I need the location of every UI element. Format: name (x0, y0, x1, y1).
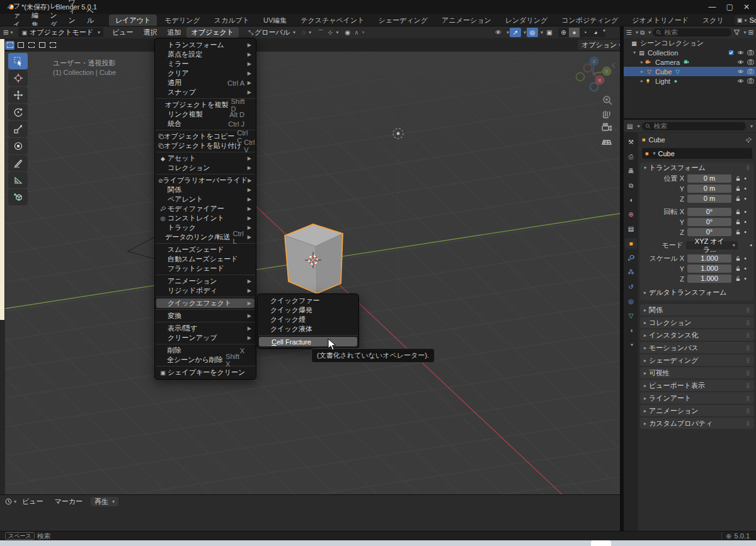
timeline-editor-icon[interactable] (5, 498, 12, 505)
menu-item[interactable]: クリア▶ (155, 69, 256, 78)
workspace-tab[interactable]: ジオメトリノード (626, 14, 695, 26)
outliner-search-input[interactable]: 検索 (653, 28, 731, 37)
menu-item-cell-fracture[interactable]: Cell Fracture (259, 337, 357, 346)
panel-header-コレクション[interactable]: ▸コレクション⣿ (640, 317, 754, 328)
workspace-tab[interactable]: シェーディング (372, 14, 435, 26)
proportional-edit-icon[interactable]: ◉ (345, 29, 350, 36)
shading-wireframe-icon[interactable]: ⊕ (558, 28, 569, 37)
outliner-row-collection[interactable]: ▾▤Collection (624, 48, 756, 57)
shading-material-icon[interactable]: ◔ (580, 28, 590, 37)
panel-header-アニメーション[interactable]: ▸アニメーション⣿ (640, 405, 754, 416)
select-mode-subtract[interactable] (26, 41, 36, 50)
outliner-row-camera[interactable]: ▸Camera (624, 57, 756, 67)
tool-move[interactable] (8, 87, 28, 103)
tab-scene[interactable]: ◖ (625, 195, 637, 205)
tool-add-cube[interactable] (8, 189, 28, 205)
menu-item[interactable]: リンク複製Alt D (155, 110, 256, 119)
menu-item[interactable]: クイックエフェクト▶ (156, 299, 255, 308)
expand-arrow-icon[interactable]: ▸ (639, 69, 645, 74)
panel-header-ビューポート表示[interactable]: ▸ビューポート表示⣿ (640, 380, 754, 391)
pin-id-icon[interactable] (745, 137, 752, 144)
tool-select-box[interactable] (8, 53, 28, 69)
menu-item[interactable]: オブジェクトを複製Shift D (155, 100, 256, 110)
hide-eye-icon[interactable] (737, 49, 744, 56)
tab-object[interactable]: ■ (625, 238, 637, 249)
camera-view-button[interactable] (602, 123, 611, 130)
mode-dropdown[interactable]: ▣ オブジェクトモード ▾ (18, 28, 103, 37)
options-button[interactable]: オプション▾ (578, 40, 625, 50)
menu-item[interactable]: クリーンアップ▶ (155, 333, 256, 343)
menu-item[interactable]: クイック液体 (258, 324, 358, 334)
outliner-display-mode-icon[interactable]: ☰ (626, 29, 632, 36)
hide-eye-icon[interactable] (737, 77, 744, 84)
tab-tool[interactable]: ⚒ (625, 137, 637, 147)
lock-icon[interactable] (733, 276, 742, 282)
tab-physics[interactable]: ↺ (625, 282, 637, 292)
menu-item[interactable]: 原点を設定▶ (155, 50, 256, 59)
render-visibility-icon[interactable] (747, 77, 754, 84)
hide-eye-icon[interactable] (737, 59, 744, 65)
cube-object[interactable] (285, 224, 343, 293)
navigation-gizmo[interactable]: Z Y X (576, 57, 612, 91)
viewport-menu-追加[interactable]: 追加 (163, 27, 186, 38)
menu-item[interactable]: リジッドボディ▶ (155, 286, 256, 295)
transform-value-field[interactable]: 0 m (687, 185, 731, 193)
tool-transform[interactable] (8, 138, 28, 154)
workspace-tab[interactable]: レンダリング (499, 14, 554, 26)
workspace-tab[interactable]: レイアウト (109, 14, 157, 26)
tab-world[interactable]: ⊕ (625, 209, 637, 220)
outliner-filter-id-icon[interactable]: ⧉ (640, 29, 644, 37)
menu-item[interactable]: スムーズシェード (155, 245, 256, 254)
animate-dot-icon[interactable]: • (742, 265, 748, 272)
transform-value-field[interactable]: 0° (687, 218, 731, 226)
workspace-tab[interactable]: テクスチャペイント (294, 14, 370, 26)
lock-icon[interactable] (733, 229, 742, 235)
properties-search-input[interactable]: 検索 (642, 122, 746, 130)
tool-measure[interactable] (8, 172, 28, 188)
playback-popover[interactable]: 再生▾ (91, 497, 118, 506)
perspective-toggle-button[interactable] (602, 140, 611, 144)
scene-selector[interactable]: ▣▾ Scene (735, 15, 756, 25)
maximize-button[interactable]: ▢ (726, 3, 733, 11)
select-mode-invert[interactable] (37, 41, 47, 50)
minimize-button[interactable]: — (709, 3, 716, 11)
workspace-tab[interactable]: スカルプト (208, 14, 256, 26)
lock-icon[interactable] (733, 219, 742, 225)
lock-icon[interactable] (733, 256, 742, 261)
transform-value-field[interactable]: 1.000 (687, 275, 731, 283)
menu-item[interactable]: データのリンク/転送Ctrl L▶ (155, 232, 256, 242)
panel-header-カスタムプロパティ[interactable]: ▸カスタムプロパティ⣿ (640, 418, 754, 429)
transform-value-field[interactable]: 0° (687, 208, 731, 216)
tool-rotate[interactable] (8, 104, 28, 120)
sidebar-collapse-arrow[interactable] (612, 63, 615, 68)
lock-icon[interactable] (733, 209, 742, 215)
animate-dot-icon[interactable]: • (742, 195, 748, 202)
panel-header-モーションパス[interactable]: ▸モーションパス⣿ (640, 342, 754, 353)
menu-item[interactable]: クイックファー (258, 296, 358, 305)
expand-arrow-icon[interactable]: ▸ (639, 78, 645, 84)
animate-dot-icon[interactable]: • (742, 208, 748, 215)
tool-annotate[interactable] (8, 155, 28, 171)
outliner-row-scene-collection[interactable]: ▦シーンコレクション (624, 38, 756, 48)
expand-arrow-icon[interactable]: ▸ (639, 59, 645, 65)
animate-dot-icon[interactable]: • (742, 185, 748, 192)
transform-value-field[interactable]: 0 m (687, 195, 731, 203)
menu-item[interactable]: スナップ▶ (155, 88, 256, 97)
properties-options-icon[interactable]: ▾ (750, 123, 753, 129)
menu-item[interactable]: オブジェクトをコピーCtrl C (155, 132, 256, 141)
tabs-overflow-chevron[interactable]: ▾ (631, 342, 633, 348)
extensions-globe-icon[interactable]: ⊕ (726, 533, 731, 540)
new-collection-icon[interactable]: ⊞ (748, 29, 753, 36)
transform-value-field[interactable]: 1.000 (687, 254, 731, 263)
shading-rendered-icon[interactable]: ◕ (590, 28, 601, 37)
transform-panel-header[interactable]: ▾ トランスフォーム ⣿ (640, 162, 754, 173)
hide-eye-icon[interactable] (737, 68, 744, 75)
orientation-label[interactable]: グローバル (255, 28, 290, 37)
animate-dot-icon[interactable]: • (742, 175, 748, 182)
tab-constraints[interactable]: ◎ (625, 296, 637, 307)
viewport-menu-オブジェクト[interactable]: オブジェクト (186, 27, 239, 38)
snap-target-icon[interactable]: ⊹ (328, 29, 333, 36)
checkbox-icon[interactable] (728, 50, 734, 55)
menu-item[interactable]: ⊘ライブラリオーバーライド▶ (155, 176, 256, 185)
gizmo-neg-x[interactable] (584, 64, 592, 72)
